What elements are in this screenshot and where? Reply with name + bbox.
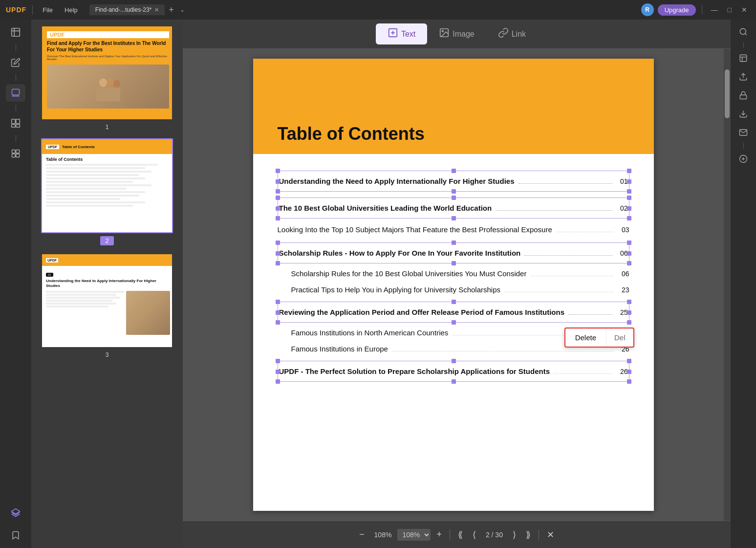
delete-menu-item[interactable]: Delete: [565, 329, 606, 347]
pdf-viewer[interactable]: Table of Contents: [183, 49, 724, 521]
last-page-button[interactable]: ⟫: [522, 526, 535, 543]
prev-page-button[interactable]: ⟨: [469, 526, 480, 543]
thumb-wrapper-1[interactable]: UPDF Find and Apply For the Best Institu…: [41, 25, 173, 120]
text-tool-icon: [388, 27, 398, 41]
dots-7: [568, 314, 612, 315]
lock-icon[interactable]: [734, 87, 753, 104]
toc-row-4: Scholarship Rules - How to Apply For One…: [279, 245, 628, 261]
toc-line: [46, 171, 151, 173]
zoom-out-button[interactable]: −: [355, 526, 368, 543]
toc-text-1: Understanding the Need to Apply Internat…: [279, 177, 515, 185]
toc-row-7: Reviewing the Application Period and Off…: [279, 304, 628, 320]
svg-rect-12: [16, 150, 20, 153]
maximize-button[interactable]: □: [725, 6, 734, 14]
svg-line-26: [745, 33, 746, 35]
svg-rect-19: [96, 88, 120, 101]
handle-bm: [452, 261, 456, 265]
toc-entry-10[interactable]: UPDF - The Perfect Solution to Prepare S…: [278, 361, 629, 382]
mail-icon[interactable]: [734, 124, 753, 141]
handle-tr: [627, 359, 631, 363]
close-toolbar-button[interactable]: ✕: [543, 526, 558, 543]
scrollbar[interactable]: [724, 49, 731, 521]
thumb-wrapper-3[interactable]: UPDF 01 Understanding the Need to Apply …: [41, 253, 173, 348]
toc-entry-1[interactable]: Understanding the Need to Apply Internat…: [278, 171, 629, 192]
thumb-wrapper-2[interactable]: UPDF Table of Contents Table of Contents: [41, 138, 173, 233]
handle-bm: [452, 189, 456, 194]
handle-mr: [627, 206, 631, 211]
toc-text-9: Famous Institutions in Europe: [291, 345, 388, 353]
toolbar-tab-text[interactable]: Text: [376, 23, 427, 44]
save-icon[interactable]: [734, 151, 753, 167]
handle-mr: [627, 251, 631, 256]
handle-tr: [627, 241, 631, 245]
search-icon[interactable]: [734, 23, 753, 40]
toolbar-tab-link[interactable]: Link: [486, 23, 538, 44]
handle-mr: [627, 370, 631, 374]
menu-help[interactable]: Help: [61, 4, 82, 16]
sidebar-item-annotate[interactable]: [6, 84, 25, 102]
page-num-1: 01: [616, 177, 628, 185]
export-icon[interactable]: [734, 106, 753, 122]
handle-tl: [276, 196, 280, 200]
toc-line: [46, 195, 139, 197]
toc-entry-7[interactable]: Reviewing the Application Period and Off…: [278, 302, 629, 323]
upgrade-button[interactable]: Upgrade: [658, 4, 696, 16]
handle-bl: [276, 216, 280, 220]
handle-ml: [276, 370, 280, 374]
next-page-button[interactable]: ⟩: [509, 526, 520, 543]
handle-bm: [452, 320, 456, 325]
tabs-dropdown-button[interactable]: ⌄: [180, 6, 185, 13]
import-icon[interactable]: [734, 68, 753, 85]
thumbnail-item-1[interactable]: UPDF Find and Apply For the Best Institu…: [37, 25, 177, 131]
close-tab-button[interactable]: ✕: [154, 7, 159, 13]
first-page-button[interactable]: ⟪: [454, 526, 467, 543]
upgrade-label: Upgrade: [665, 6, 689, 14]
sidebar-item-edit[interactable]: [6, 54, 25, 71]
handle-bl: [276, 189, 280, 194]
dots-5: [530, 276, 613, 276]
page-header: Table of Contents: [253, 59, 654, 154]
handle-tr: [627, 169, 631, 173]
text-line: [46, 306, 108, 307]
svg-rect-14: [16, 154, 20, 157]
handle-ml: [276, 179, 280, 184]
svg-point-24: [442, 30, 444, 32]
minimize-button[interactable]: —: [708, 6, 721, 14]
toolbar-tab-image[interactable]: Image: [427, 23, 486, 44]
add-tab-button[interactable]: +: [165, 5, 178, 15]
svg-point-18: [113, 80, 120, 88]
close-window-button[interactable]: ✕: [738, 6, 750, 14]
sidebar-item-bookmark[interactable]: [6, 526, 25, 544]
sidebar-item-organize[interactable]: [6, 145, 25, 162]
thumbnail-item-2[interactable]: UPDF Table of Contents Table of Contents: [37, 138, 177, 245]
divider: [16, 105, 16, 111]
toc-line: [46, 184, 151, 186]
dots-2: [496, 210, 612, 211]
thumbnail-item-3[interactable]: UPDF 01 Understanding the Need to Apply …: [37, 253, 177, 358]
toc-entry-6: Practical Tips to Help You in Applying f…: [278, 282, 629, 298]
toc-content: Understanding the Need to Apply Internat…: [253, 154, 654, 398]
delete-shortcut: Del: [606, 329, 633, 347]
menu-file[interactable]: File: [39, 4, 57, 16]
toc-entry-8-wrapper: Famous Institutions in North American Co…: [278, 325, 629, 341]
ocr-icon[interactable]: [734, 50, 753, 66]
toc-entry-2[interactable]: The 10 Best Global Universities Leading …: [278, 197, 629, 219]
scrollbar-thumb[interactable]: [725, 69, 730, 118]
handle-br: [627, 320, 631, 325]
handle-tm: [452, 196, 456, 200]
sidebar-item-pages[interactable]: [6, 114, 25, 132]
sidebar-item-documents[interactable]: [6, 23, 25, 41]
page-container: Table of Contents: [253, 59, 654, 511]
toc-text-8: Famous Institutions in North American Co…: [291, 329, 449, 337]
thumb-section-title: Understanding the Need to Apply Internat…: [46, 279, 170, 289]
page-num-10: 26: [616, 368, 628, 375]
zoom-in-button[interactable]: +: [432, 526, 446, 543]
sidebar-item-layers[interactable]: [6, 504, 25, 522]
top-toolbar: Text Image Link: [183, 20, 731, 49]
toc-line: [46, 191, 145, 193]
toc-entry-4[interactable]: Scholarship Rules - How to Apply For One…: [278, 242, 629, 263]
handle-bl: [276, 320, 280, 325]
thumb-text-lines: [46, 291, 124, 335]
current-tab[interactable]: Find-and-...tudies-23* ✕: [89, 4, 165, 15]
zoom-dropdown[interactable]: 108% 100% 75% 50% 125% 150%: [397, 529, 431, 541]
